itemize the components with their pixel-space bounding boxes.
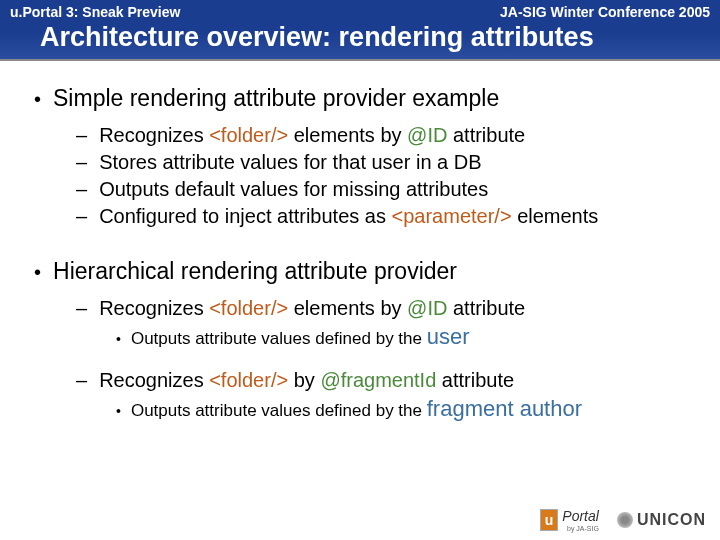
bullet-icon: •	[116, 330, 121, 350]
text-part: attribute	[447, 124, 525, 146]
uportal-logo: u Portal by JA-SIG	[540, 507, 599, 532]
list-item: – Recognizes <folder/> elements by @ID a…	[76, 122, 690, 149]
xml-tag: <folder/>	[209, 124, 288, 146]
list-item: – Recognizes <folder/> by @fragmentId at…	[76, 367, 690, 394]
section1-title-text: Simple rendering attribute provider exam…	[53, 85, 499, 112]
xml-attr: @ID	[407, 124, 447, 146]
dash-icon: –	[76, 149, 87, 176]
text-part: by	[288, 369, 320, 391]
sub-sub-list: • Outputs attribute values defined by th…	[116, 322, 690, 353]
dash-icon: –	[76, 176, 87, 203]
text-part: Outputs attribute values defined by the	[131, 401, 427, 420]
section2-title-text: Hierarchical rendering attribute provide…	[53, 258, 457, 285]
slide-header: u.Portal 3: Sneak Preview JA-SIG Winter …	[0, 0, 720, 61]
slide-content: • Simple rendering attribute provider ex…	[0, 61, 720, 425]
text-part: Recognizes	[99, 297, 209, 319]
slide-footer: u Portal by JA-SIG UNICON	[540, 507, 706, 532]
xml-tag: <folder/>	[209, 369, 288, 391]
item-text: Stores attribute values for that user in…	[99, 149, 481, 176]
text-part: Outputs attribute values defined by the	[131, 329, 427, 348]
text-part: elements by	[288, 297, 407, 319]
text-part: Recognizes	[99, 124, 209, 146]
unicon-logo: UNICON	[617, 511, 706, 529]
emphasis-text: user	[427, 324, 470, 349]
xml-attr: @ID	[407, 297, 447, 319]
sub-sub-list: • Outputs attribute values defined by th…	[116, 394, 690, 425]
item-text: Recognizes <folder/> by @fragmentId attr…	[99, 367, 514, 394]
section1-title: • Simple rendering attribute provider ex…	[34, 85, 690, 112]
text-part: elements	[512, 205, 599, 227]
item-text: Recognizes <folder/> elements by @ID att…	[99, 295, 525, 322]
uportal-logo-right: Portal by JA-SIG	[562, 507, 599, 532]
list-item: – Outputs default values for missing att…	[76, 176, 690, 203]
section1-list: – Recognizes <folder/> elements by @ID a…	[76, 122, 690, 230]
slide-title: Architecture overview: rendering attribu…	[10, 22, 710, 53]
item-text: Recognizes <folder/> elements by @ID att…	[99, 122, 525, 149]
emphasis-text: fragment author	[427, 396, 582, 421]
list-item: – Configured to inject attributes as <pa…	[76, 203, 690, 230]
text-part: elements by	[288, 124, 407, 146]
unicon-globe-icon	[617, 512, 633, 528]
dash-icon: –	[76, 295, 87, 322]
list-item: – Recognizes <folder/> elements by @ID a…	[76, 295, 690, 322]
item-text: Outputs default values for missing attri…	[99, 176, 488, 203]
dash-icon: –	[76, 203, 87, 230]
section2-list: – Recognizes <folder/> elements by @ID a…	[76, 295, 690, 425]
bullet-icon: •	[34, 89, 41, 109]
header-right-text: JA-SIG Winter Conference 2005	[500, 4, 710, 20]
bullet-icon: •	[116, 402, 121, 422]
section2-title: • Hierarchical rendering attribute provi…	[34, 258, 690, 285]
xml-tag: <parameter/>	[392, 205, 512, 227]
text-part: Configured to inject attributes as	[99, 205, 391, 227]
header-left-text: u.Portal 3: Sneak Preview	[10, 4, 180, 20]
jasig-byline: by JA-SIG	[564, 525, 599, 532]
uportal-logo-text: Portal	[562, 508, 599, 524]
dash-icon: –	[76, 122, 87, 149]
item-text: Configured to inject attributes as <para…	[99, 203, 598, 230]
dash-icon: –	[76, 367, 87, 394]
list-item: – Stores attribute values for that user …	[76, 149, 690, 176]
item-text: Outputs attribute values defined by the …	[131, 322, 470, 353]
unicon-logo-text: UNICON	[637, 511, 706, 529]
list-item: • Outputs attribute values defined by th…	[116, 394, 690, 425]
text-part: Recognizes	[99, 369, 209, 391]
bullet-icon: •	[34, 262, 41, 282]
xml-attr: @fragmentId	[320, 369, 436, 391]
list-item: • Outputs attribute values defined by th…	[116, 322, 690, 353]
slide: u.Portal 3: Sneak Preview JA-SIG Winter …	[0, 0, 720, 540]
text-part: attribute	[436, 369, 514, 391]
uportal-logo-u-icon: u	[540, 509, 559, 531]
xml-tag: <folder/>	[209, 297, 288, 319]
item-text: Outputs attribute values defined by the …	[131, 394, 582, 425]
header-top-row: u.Portal 3: Sneak Preview JA-SIG Winter …	[10, 4, 710, 20]
text-part: attribute	[447, 297, 525, 319]
